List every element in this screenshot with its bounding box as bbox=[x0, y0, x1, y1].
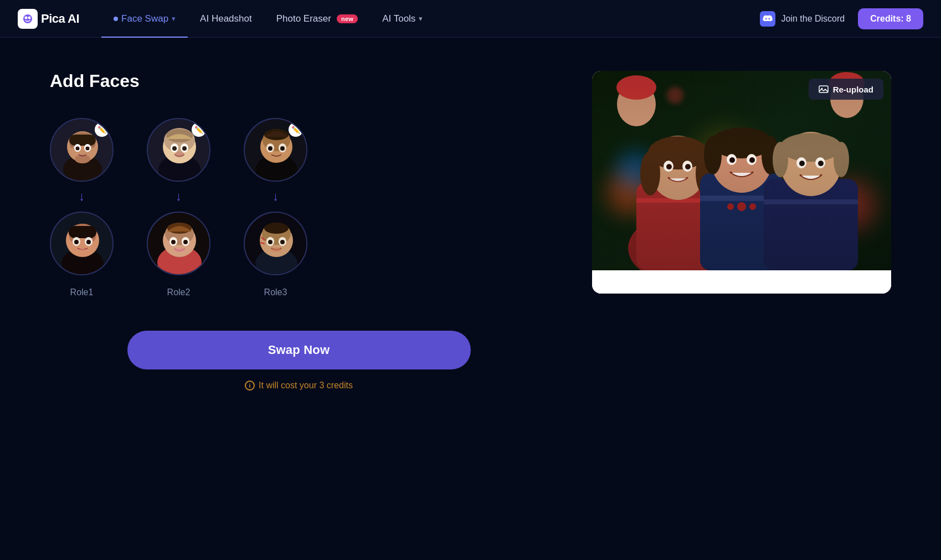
svg-point-32 bbox=[182, 146, 187, 151]
faces-grid: ✏️ ↓ bbox=[50, 118, 548, 297]
people-svg bbox=[592, 71, 891, 270]
nav-item-ai-tools[interactable]: AI Tools ▾ bbox=[370, 0, 435, 38]
svg-point-100 bbox=[818, 161, 824, 166]
svg-point-72 bbox=[640, 151, 660, 196]
nav-right: Join the Discord Credits: 8 bbox=[760, 8, 923, 29]
source-face-1[interactable]: ✏️ bbox=[50, 118, 114, 182]
edit-badge-2[interactable]: ✏️ bbox=[192, 122, 206, 137]
svg-point-1 bbox=[25, 16, 28, 19]
arrow-down-1: ↓ bbox=[79, 191, 85, 203]
nav-items: Face Swap ▾ AI Headshot Photo Eraser new… bbox=[101, 0, 755, 38]
svg-point-82 bbox=[749, 203, 756, 210]
svg-point-96 bbox=[834, 142, 849, 177]
ai-tools-chevron: ▾ bbox=[419, 14, 423, 23]
role-face-2[interactable] bbox=[147, 212, 210, 275]
svg-rect-10 bbox=[69, 135, 96, 146]
cost-note-text: It will cost your 3 credits bbox=[259, 381, 353, 391]
reupload-button[interactable]: Re-upload bbox=[809, 79, 883, 100]
discord-icon bbox=[760, 11, 775, 27]
svg-point-76 bbox=[666, 164, 672, 169]
svg-point-2 bbox=[28, 16, 31, 19]
svg-point-61 bbox=[280, 240, 285, 244]
svg-point-80 bbox=[737, 202, 746, 211]
image-card: Re-upload bbox=[592, 71, 891, 294]
nav-item-ai-headshot[interactable]: AI Headshot bbox=[188, 0, 264, 38]
svg-point-81 bbox=[727, 203, 734, 210]
edit-badge-3[interactable]: ✏️ bbox=[289, 122, 303, 137]
role-face-svg-1 bbox=[51, 213, 114, 275]
source-face-3[interactable]: ✏️ bbox=[244, 118, 307, 182]
svg-point-89 bbox=[729, 157, 735, 163]
svg-point-102 bbox=[616, 75, 656, 100]
nav-item-face-swap[interactable]: Face Swap ▾ bbox=[101, 0, 188, 38]
svg-point-95 bbox=[773, 142, 788, 177]
arrow-down-2: ↓ bbox=[176, 191, 182, 203]
ai-tools-label: AI Tools bbox=[382, 13, 415, 24]
svg-rect-105 bbox=[819, 86, 828, 93]
svg-point-42 bbox=[183, 240, 188, 244]
main-image-container: Re-upload bbox=[592, 71, 891, 270]
svg-point-0 bbox=[23, 14, 32, 23]
svg-rect-92 bbox=[764, 199, 858, 204]
role-face-svg-2 bbox=[148, 213, 210, 275]
svg-point-41 bbox=[171, 240, 176, 244]
add-faces-title: Add Faces bbox=[50, 71, 548, 91]
svg-point-43 bbox=[174, 248, 185, 252]
svg-point-62 bbox=[271, 248, 282, 252]
svg-rect-20 bbox=[69, 226, 96, 238]
logo-icon bbox=[18, 9, 38, 29]
svg-point-94 bbox=[780, 133, 842, 162]
edit-badge-1[interactable]: ✏️ bbox=[95, 122, 109, 137]
nav-item-photo-eraser[interactable]: Photo Eraser new bbox=[264, 0, 371, 38]
svg-point-13 bbox=[76, 147, 80, 151]
right-panel: Re-upload bbox=[592, 71, 891, 294]
arrow-down-3: ↓ bbox=[272, 191, 279, 203]
face-column-2: ✏️ ↓ bbox=[147, 118, 210, 297]
face-swap-label: Face Swap bbox=[121, 13, 168, 24]
role-face-1[interactable] bbox=[50, 212, 114, 275]
role-face-3[interactable] bbox=[244, 212, 307, 275]
reupload-label: Re-upload bbox=[833, 85, 873, 94]
svg-point-85 bbox=[704, 136, 722, 174]
face-column-1: ✏️ ↓ bbox=[50, 118, 114, 297]
main-content: Add Faces bbox=[0, 38, 941, 413]
svg-point-31 bbox=[172, 146, 177, 151]
discord-button[interactable]: Join the Discord bbox=[760, 11, 845, 27]
photo-eraser-label: Photo Eraser bbox=[276, 13, 331, 24]
ai-headshot-label: AI Headshot bbox=[200, 13, 252, 24]
logo-text: Pica AI bbox=[41, 12, 79, 26]
info-icon: i bbox=[245, 381, 255, 391]
active-dot bbox=[114, 17, 118, 21]
role-label-3: Role3 bbox=[264, 287, 287, 297]
svg-point-14 bbox=[86, 147, 90, 151]
logo[interactable]: Pica AI bbox=[18, 9, 79, 29]
cost-note: i It will cost your 3 credits bbox=[245, 381, 353, 391]
navbar: Pica AI Face Swap ▾ AI Headshot Photo Er… bbox=[0, 0, 941, 38]
swap-now-button[interactable]: Swap Now bbox=[127, 331, 471, 369]
reupload-icon bbox=[819, 84, 829, 94]
svg-point-51 bbox=[268, 146, 272, 151]
svg-point-77 bbox=[685, 164, 691, 169]
svg-point-99 bbox=[799, 161, 805, 166]
svg-point-90 bbox=[749, 157, 755, 163]
role-label-1: Role1 bbox=[70, 287, 94, 297]
new-badge: new bbox=[337, 14, 358, 23]
svg-point-60 bbox=[268, 240, 272, 244]
left-panel: Add Faces bbox=[50, 71, 548, 391]
svg-point-23 bbox=[74, 240, 79, 244]
swap-area: Swap Now i It will cost your 3 credits bbox=[50, 331, 548, 391]
face-column-3: ✏️ ↓ bbox=[244, 118, 307, 297]
source-face-2[interactable]: ✏️ bbox=[147, 118, 210, 182]
credits-button[interactable]: Credits: 8 bbox=[858, 8, 923, 29]
image-card-bottom bbox=[592, 270, 891, 294]
svg-point-52 bbox=[280, 146, 285, 151]
face-swap-chevron: ▾ bbox=[172, 14, 176, 23]
discord-label: Join the Discord bbox=[781, 14, 845, 24]
svg-point-24 bbox=[86, 240, 91, 244]
role-label-2: Role2 bbox=[167, 287, 191, 297]
role-face-svg-3 bbox=[245, 213, 307, 275]
